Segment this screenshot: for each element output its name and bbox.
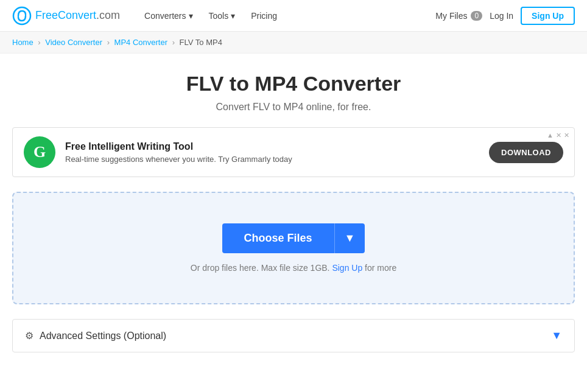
ad-controls: ▲ ✕ ✕ — [547, 131, 569, 139]
page-title: FLV to MP4 Converter — [12, 72, 575, 96]
advanced-settings-label: ⚙ Advanced Settings (Optional) — [25, 330, 166, 341]
drop-zone[interactable]: Choose Files ▼ Or drop files here. Max f… — [12, 192, 575, 304]
breadcrumb-mp4-converter[interactable]: MP4 Converter — [114, 38, 167, 47]
svg-point-0 — [13, 7, 30, 24]
nav-right: My Files 0 Log In Sign Up — [435, 7, 575, 25]
breadcrumb-sep-1: › — [38, 38, 40, 47]
page-subtitle: Convert FLV to MP4 online, for free. — [12, 102, 575, 113]
converters-chevron-icon: ▾ — [189, 11, 193, 21]
ad-download-button[interactable]: DOWNLOAD — [489, 142, 563, 163]
nav-tools[interactable]: Tools ▾ — [203, 7, 242, 24]
ad-resize-icon[interactable]: ▲ — [547, 131, 554, 139]
navbar: FreeConvert.com Converters ▾ Tools ▾ Pri… — [0, 0, 587, 32]
ad-banner: ▲ ✕ ✕ G Free Intelligent Writing Tool Re… — [12, 127, 575, 177]
logo[interactable]: FreeConvert.com — [12, 6, 120, 26]
tools-chevron-icon: ▾ — [231, 11, 235, 21]
drop-hint-signup-link[interactable]: Sign Up — [332, 263, 362, 273]
nav-links: Converters ▾ Tools ▾ Pricing — [138, 7, 435, 24]
breadcrumb: Home › Video Converter › MP4 Converter ›… — [0, 32, 587, 54]
my-files-count: 0 — [471, 11, 482, 21]
choose-files-group: Choose Files ▼ — [222, 223, 365, 253]
breadcrumb-sep-3: › — [172, 38, 175, 47]
drop-hint: Or drop files here. Max file size 1GB. S… — [26, 263, 561, 273]
ad-x-icon[interactable]: ✕ — [564, 131, 569, 139]
login-button[interactable]: Log In — [490, 11, 513, 21]
advanced-settings-chevron-icon: ▼ — [551, 329, 562, 342]
logo-text: FreeConvert.com — [35, 9, 120, 22]
breadcrumb-sep-2: › — [107, 38, 110, 47]
ad-description: Real-time suggestions whenever you write… — [65, 155, 479, 164]
ad-text: Free Intelligent Writing Tool Real-time … — [65, 141, 479, 164]
nav-converters[interactable]: Converters ▾ — [138, 7, 199, 24]
choose-files-button[interactable]: Choose Files — [222, 223, 334, 253]
breadcrumb-home[interactable]: Home — [12, 38, 33, 47]
signup-button[interactable]: Sign Up — [521, 7, 575, 25]
breadcrumb-video-converter[interactable]: Video Converter — [45, 38, 102, 47]
nav-pricing[interactable]: Pricing — [245, 7, 283, 24]
logo-icon — [12, 6, 32, 26]
gear-icon: ⚙ — [25, 330, 33, 341]
advanced-settings-toggle[interactable]: ⚙ Advanced Settings (Optional) ▼ — [13, 320, 574, 352]
advanced-settings: ⚙ Advanced Settings (Optional) ▼ — [12, 319, 575, 352]
my-files-button[interactable]: My Files 0 — [435, 11, 482, 21]
ad-logo: G — [24, 136, 55, 168]
ad-close-icon[interactable]: ✕ — [556, 131, 561, 139]
dropdown-chevron-icon: ▼ — [345, 232, 356, 245]
breadcrumb-current: FLV To MP4 — [180, 38, 222, 47]
ad-title: Free Intelligent Writing Tool — [65, 141, 479, 152]
choose-files-dropdown-button[interactable]: ▼ — [334, 223, 365, 253]
ad-logo-letter: G — [33, 143, 46, 161]
main-content: FLV to MP4 Converter Convert FLV to MP4 … — [0, 54, 587, 371]
